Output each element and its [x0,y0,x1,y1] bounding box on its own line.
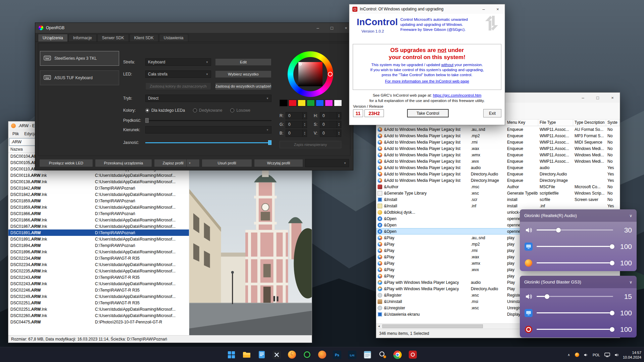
saturation-value-box[interactable] [298,62,323,86]
color-swatch[interactable] [316,100,324,106]
file-row[interactable]: DSC02243.ARWD:\Temp\RAW\GT-R R35 [8,274,189,280]
clock[interactable]: 14:57 10.04.2024 [623,350,641,360]
file-row[interactable]: DSC01891.ARW.lnkC:\Users\tduda\AppData\R… [8,236,189,242]
table-row[interactable]: &Install.scrinstallscrfileScreen saverNo [376,196,620,203]
hsv-spinner-input[interactable]: 0▲▼ [320,121,341,128]
minimize-button[interactable]: – [477,4,491,14]
take-control-button[interactable]: Take Control [407,109,449,117]
radio-2[interactable]: Losowe [230,108,250,113]
spinner-arrows-icon[interactable]: ▲▼ [337,121,341,128]
search-taskbar-icon[interactable] [376,348,389,361]
language-indicator[interactable]: POL [592,353,601,357]
file-row[interactable]: DSC02235.ARW.lnkC:\Users\tduda\AppData\R… [8,268,189,274]
table-row[interactable]: &Add to Windows Media Player Legacy list… [376,152,620,158]
volume-tray-icon[interactable] [614,353,619,357]
file-row[interactable]: DSC02234.ARWD:\Temp\RAW\GT-R R35 [8,255,189,261]
rgb-spinner-input[interactable]: 0▲▼ [286,112,307,119]
spinner-arrows-icon[interactable]: ▲▼ [337,112,341,119]
volume-slider[interactable] [537,227,613,234]
chrome-taskbar-icon[interactable] [391,348,404,361]
spinner-arrows-icon[interactable]: ▲▼ [302,121,307,128]
firefox-orange-taskbar-icon[interactable] [315,348,329,361]
file-row[interactable]: DSC02249.ARW.lnkC:\Users\tduda\AppData\R… [8,293,189,300]
zone-select[interactable]: Keyboard ▼ [145,58,211,66]
file-row[interactable]: DSC01866.ARW.lnkC:\Users\tduda\AppData\R… [8,217,189,223]
select-all-button[interactable]: Wybierz wszystko [215,70,271,78]
column-header-menu-key[interactable]: Menu Key [506,119,538,126]
edit-button[interactable]: Edit [215,58,271,66]
x-app-taskbar-icon[interactable] [270,348,284,361]
rgb-spinner-input[interactable]: 0▲▼ [286,121,307,128]
file-row[interactable]: DSC01891.ARWD:\Temp\RAW\Poznań [8,229,189,236]
file-row[interactable]: DSC01842.ARWD:\Temp\RAW\Poznań [8,185,189,191]
more-info-link[interactable]: For more information see the InControl w… [385,79,469,83]
brightness-slider[interactable] [145,140,271,146]
column-header-system[interactable]: Syste [606,119,620,126]
tab-klient-sdk[interactable]: Klient SDK [130,34,158,42]
file-row[interactable]: DSC01866.ARWD:\Temp\RAW\Poznań [8,210,189,217]
file-row[interactable]: DSC00118.ARW.lnkC:\Users\tduda\AppData\R… [8,172,189,178]
table-row[interactable]: &Add to Windows Media Player Legacy list… [376,158,620,164]
chevron-down-icon[interactable]: ∨ [629,213,632,218]
dropdown-arrow-icon[interactable]: ▼ [186,159,191,167]
spinner-arrows-icon[interactable]: ▲▼ [302,112,307,119]
file-row[interactable]: DSC02243.ARW.lnkC:\Users\tduda\AppData\R… [8,280,189,287]
incontrol-titlebar[interactable]: InControl: Of Windows updating and upgra… [349,4,505,14]
openrgb-titlebar[interactable]: OpenRGB – □ × [35,23,353,33]
footer-button-4[interactable]: Wczytaj profil [254,159,303,167]
table-row[interactable]: &Add to Windows Media Player Legacy list… [376,171,620,177]
table-row[interactable]: &Install.infinstall.infYes [376,203,620,209]
hidden-icons-chevron-icon[interactable]: ∧ [566,353,571,357]
volume-slider[interactable] [537,326,613,333]
incontrol-url-link[interactable]: https://grc.com/incontrol.htm [433,93,481,97]
volume-slider[interactable] [537,310,613,316]
eartrumpet-tray-icon[interactable] [583,353,588,357]
minimize-button[interactable]: – [576,93,590,103]
file-row[interactable]: DSC01867.ARW.lnkC:\Users\tduda\AppData\R… [8,223,189,229]
color-swatch[interactable] [334,100,342,106]
file-row[interactable]: DSC02251.ARWD:\Temp\RAW\GT-R R35 [8,300,189,306]
firefox-tray-icon[interactable] [575,353,580,357]
table-row[interactable]: &Add to Windows Media Player Legacy list… [376,145,620,152]
exit-button[interactable]: Exit [483,109,501,117]
start-taskbar-icon[interactable] [225,348,238,361]
color-swatch[interactable] [298,100,306,106]
spinner-arrows-icon[interactable]: ▲▼ [337,130,341,137]
file-row[interactable]: DSC00138.ARW.lnkC:\Users\tduda\AppData\R… [8,178,189,185]
close-button[interactable]: × [491,4,505,14]
file-row[interactable]: DSC02260.ARW.lnkC:\Users\tduda\AppData\R… [8,312,189,319]
file-row[interactable]: DSC02246.ARWD:\Temp\RAW\GT-R R35 [8,287,189,293]
table-row[interactable]: &Add to Windows Media Player Legacy list… [376,164,620,171]
column-header-type-description[interactable]: Type Description [573,119,606,126]
green-audio-app-taskbar-icon[interactable] [300,348,314,361]
network-tray-icon[interactable] [604,353,610,357]
column-header-file-type[interactable]: File Type [538,119,573,126]
footer-button-2[interactable]: Zapisz profil▼ [154,159,200,167]
incontrol-taskbar-icon[interactable] [406,348,419,361]
close-button[interactable]: × [605,93,620,103]
volume-slider[interactable] [537,293,613,300]
footer-button-0[interactable]: Przełącz widok LED [39,159,93,167]
tab-urządzenia[interactable]: Urządzenia [38,34,68,42]
volume-slider[interactable] [537,260,613,266]
rgb-spinner-input[interactable]: 0▲▼ [286,130,307,137]
color-swatch[interactable] [307,100,315,106]
led-select[interactable]: Cała strefa ▼ [145,70,211,78]
unsupported-save-button[interactable]: Zapis niewspierany [280,141,341,148]
tab-ustawienia[interactable]: Ustawienia [159,34,188,42]
file-row[interactable]: DSC01842.ARW.lnkC:\Users\tduda\AppData\R… [8,191,189,198]
chevron-down-icon[interactable]: ∨ [629,280,632,285]
scrollbar-thumb[interactable] [382,324,483,328]
notepad-blue-taskbar-icon[interactable] [255,348,268,361]
table-row[interactable]: &Add to Windows Media Player Legacy list… [376,133,620,139]
direction-select[interactable]: ▼ [145,126,271,134]
hsv-spinner-input[interactable]: 0▲▼ [320,112,341,119]
photoshop-taskbar-icon[interactable]: Ps [331,348,344,361]
firefox-taskbar-icon[interactable] [285,348,299,361]
tab-informacje[interactable]: Informacje [68,34,97,42]
table-row[interactable]: &Add to Windows Media Player Legacy list… [376,177,620,184]
table-row[interactable]: &Add to Windows Media Player Legacy list… [376,126,620,133]
spinner-arrows-icon[interactable]: ▲▼ [302,130,307,137]
minimize-button[interactable]: – [311,23,325,33]
tab-serwer-sdk[interactable]: Serwer SDK [97,34,129,42]
